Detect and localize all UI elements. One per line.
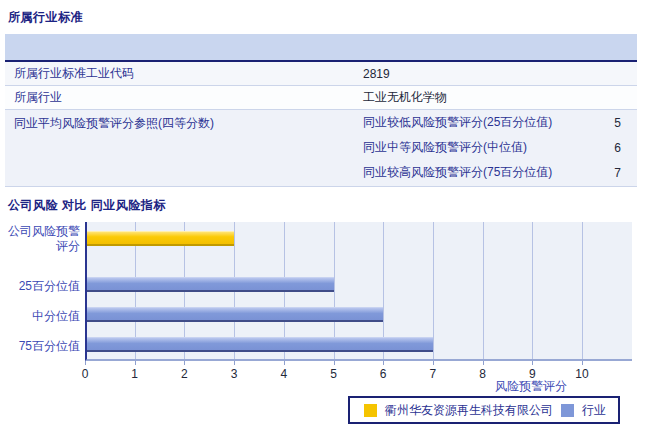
legend-swatch-icon: [561, 404, 574, 417]
table-subrow: 同业中等风险预警评分(中位值)6: [363, 135, 637, 160]
tick-label: 3: [219, 367, 249, 381]
subrow-value: 6: [577, 141, 637, 155]
subrow-value: 7: [577, 166, 637, 180]
row-label: 所属行业标准工业代码: [5, 65, 363, 82]
category-label: 75百分位值: [0, 339, 80, 354]
section-title-industry-standard: 所属行业标准: [8, 9, 83, 26]
tick-mark: [184, 361, 185, 365]
tick-mark: [483, 361, 484, 365]
subrow-value: 5: [577, 116, 637, 130]
row-value: 工业无机化学物: [363, 89, 637, 106]
row-label: 同业平均风险预警评分参照(四等分数): [5, 110, 363, 132]
category-label: 中分位值: [0, 309, 80, 324]
tick-mark: [284, 361, 285, 365]
tick-label: 1: [120, 367, 150, 381]
gridline: [433, 222, 434, 359]
row-label: 所属行业: [5, 89, 363, 106]
tick-label: 10: [567, 367, 597, 381]
industry-score-bar: [87, 337, 433, 352]
tick-mark: [135, 361, 136, 365]
tick-mark: [532, 361, 533, 365]
table-subrow: 同业较低风险预警评分(25百分位值)5: [363, 110, 637, 135]
table-header-band: [5, 34, 637, 62]
tick-label: 6: [368, 367, 398, 381]
gridline: [532, 222, 533, 359]
tick-mark: [383, 361, 384, 365]
category-label: 公司风险预警评分: [0, 224, 80, 254]
tick-mark: [85, 361, 86, 365]
tick-label: 2: [169, 367, 199, 381]
gridline: [483, 222, 484, 359]
legend-label: 行业: [582, 402, 606, 419]
table-subrow: 同业较高风险预警评分(75百分位值)7: [363, 160, 637, 185]
legend-swatch-icon: [364, 404, 377, 417]
sub-rows: 同业较低风险预警评分(25百分位值)5同业中等风险预警评分(中位值)6同业较高风…: [363, 110, 637, 186]
tick-mark: [433, 361, 434, 365]
industry-score-bar: [87, 307, 383, 322]
tick-label: 0: [70, 367, 100, 381]
table-row: 所属行业工业无机化学物: [5, 86, 637, 110]
tick-label: 5: [319, 367, 349, 381]
subrow-label: 同业中等风险预警评分(中位值): [363, 139, 577, 156]
gridline: [582, 222, 583, 359]
tick-mark: [334, 361, 335, 365]
tick-mark: [234, 361, 235, 365]
industry-score-bar: [87, 277, 334, 292]
chart-plot-area: [85, 222, 632, 361]
table-row: 所属行业标准工业代码2819: [5, 62, 637, 86]
risk-report-page: 所属行业标准 所属行业标准工业代码2819所属行业工业无机化学物同业平均风险预警…: [0, 0, 657, 436]
section-title-risk-compare: 公司风险 对比 同业风险指标: [8, 197, 166, 214]
category-label: 25百分位值: [0, 279, 80, 294]
company-score-bar: [87, 231, 234, 246]
x-axis-label: 风险预警评分: [440, 378, 567, 395]
tick-mark: [582, 361, 583, 365]
tick-label: 4: [269, 367, 299, 381]
table-body: 所属行业标准工业代码2819所属行业工业无机化学物同业平均风险预警评分参照(四等…: [5, 62, 637, 187]
legend-label: 衢州华友资源再生科技有限公司: [385, 402, 553, 419]
row-value: 2819: [363, 67, 637, 81]
industry-standard-table: 所属行业标准工业代码2819所属行业工业无机化学物同业平均风险预警评分参照(四等…: [5, 34, 637, 187]
chart-legend: 衢州华友资源再生科技有限公司行业: [348, 396, 620, 424]
subrow-label: 同业较低风险预警评分(25百分位值): [363, 114, 577, 131]
subrow-label: 同业较高风险预警评分(75百分位值): [363, 164, 577, 181]
table-row-group: 同业平均风险预警评分参照(四等分数)同业较低风险预警评分(25百分位值)5同业中…: [5, 110, 637, 187]
